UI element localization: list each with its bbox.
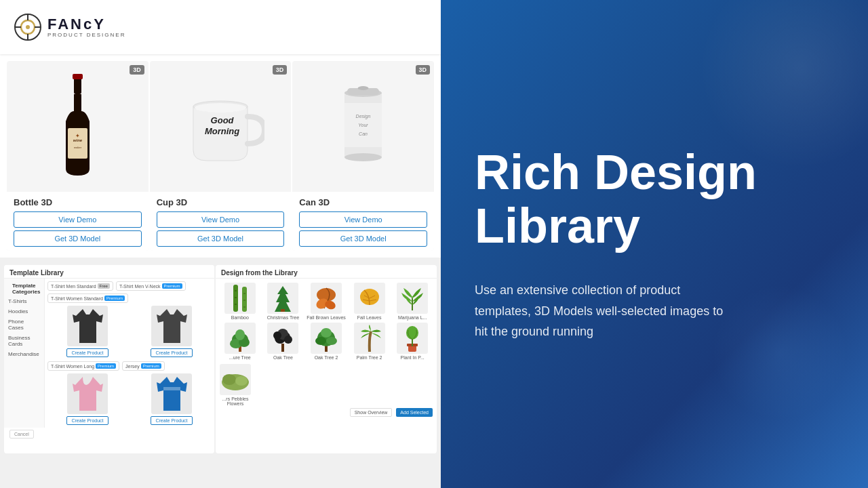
dl-item-pebbles: ...rs PebblesFlowers [220, 364, 251, 406]
dl-item-nature-tree: ...ure Tree [220, 323, 260, 360]
dl-plant-label: Plant In P... [401, 355, 425, 360]
svg-rect-8 [73, 74, 83, 79]
tl-item-jersey: Create Product [132, 373, 212, 425]
bottle-view-demo-button[interactable]: View Demo [14, 211, 142, 228]
tl-sidebar-business-cards[interactable]: Business Cards [7, 333, 41, 349]
dl-christmas-img[interactable] [267, 283, 298, 314]
tl-dark-female-img [151, 306, 192, 346]
cup-title: Cup 3D [157, 197, 285, 207]
bottle-get-model-button[interactable]: Get 3D Model [14, 230, 142, 247]
dl-fall-brown-img[interactable] [311, 283, 342, 314]
cup-get-model-button[interactable]: Get 3D Model [157, 230, 285, 247]
svg-point-57 [326, 337, 337, 345]
dl-show-overview-btn[interactable]: Show Overview [350, 408, 393, 417]
dl-oak-label: Oak Tree [273, 355, 293, 360]
tl-cancel-btn[interactable]: Cancel [9, 430, 34, 439]
tl-sidebar-merchandise[interactable]: Merchandise [7, 349, 41, 359]
product-card-bottle: 3D wine maker ✦ Bottle 3 [7, 61, 149, 251]
dl-header: Design from the Library [216, 265, 437, 279]
design-library-panel: Design from the Library [216, 265, 437, 453]
svg-point-58 [321, 328, 332, 338]
can-title: Can 3D [299, 197, 427, 207]
dl-bamboo-img[interactable] [224, 283, 256, 314]
tl-footer: Cancel [4, 428, 214, 441]
dl-christmas-label: Christmas Tree [267, 315, 299, 320]
dl-pebbles-img[interactable] [220, 364, 251, 395]
dl-fall-leaves-img[interactable] [354, 283, 385, 314]
tl-tab-0[interactable]: T-Shirt Men StandardFree [47, 281, 113, 291]
svg-point-14 [195, 103, 246, 113]
tl-product-grid: Create Product Create Product [47, 306, 212, 357]
dl-item-bamboo: Bamboo [220, 283, 260, 320]
tl-tab-1[interactable]: T-Shirt Men V-NeckPremium [116, 281, 186, 291]
svg-point-64 [222, 374, 236, 385]
tl-dark-tshirt-img [67, 306, 108, 346]
dl-add-selected-btn[interactable]: Add Selected [396, 408, 433, 417]
tl-sidebar-tshirts[interactable]: T-Shirts [7, 296, 41, 306]
product-card-can: 3D Design Your [292, 61, 434, 251]
tl-create-jersey-btn[interactable]: Create Product [151, 416, 192, 425]
dl-footer: Show Overview Add Selected [216, 406, 437, 419]
dl-plant-img[interactable] [397, 323, 428, 354]
dl-marijuana-img[interactable] [397, 283, 428, 314]
dl-item-oak-tree2: Oak Tree 2 [306, 323, 347, 360]
dl-item-plant: Plant In P... [392, 323, 433, 360]
dl-item-oak-tree: Oak Tree [263, 323, 304, 360]
can-image-area: Design Your Can [292, 61, 434, 192]
tl-tabs: T-Shirt Men StandardFree T-Shirt Men V-N… [47, 281, 212, 303]
dl-oak-img[interactable] [267, 323, 298, 354]
tl-tab-jersey[interactable]: JerseyPremium [122, 361, 165, 371]
tl-pink-img [67, 373, 108, 414]
tl-content: T-Shirt Men StandardFree T-Shirt Men V-N… [45, 279, 214, 428]
right-description: Use an extensive collection of product t… [475, 280, 732, 342]
dl-oak2-img[interactable] [311, 323, 342, 354]
svg-rect-27 [235, 297, 237, 298]
dl-palm-img[interactable] [354, 323, 385, 354]
tl-tab-women[interactable]: T-Shirt Women LongPremium [47, 361, 119, 371]
svg-point-17 [344, 153, 382, 161]
mug-wrapper: Good Morning [183, 89, 258, 164]
svg-rect-32 [243, 306, 245, 308]
bottle-title: Bottle 3D [14, 197, 142, 207]
svg-rect-34 [281, 309, 285, 312]
dl-nature-tree-img[interactable] [224, 323, 256, 354]
cup-view-demo-button[interactable]: View Demo [157, 211, 285, 228]
svg-point-56 [315, 337, 326, 345]
svg-rect-31 [243, 300, 245, 301]
header: FANcY PRODUCT DESIGNER [0, 0, 441, 54]
tl-sidebar-phone-cases[interactable]: Phone Cases [7, 317, 41, 333]
dl-marijuana-label: Marijuana L... [398, 315, 427, 320]
tl-create-dark-btn[interactable]: Create Product [66, 348, 108, 357]
brand-sub: PRODUCT DESIGNER [47, 32, 125, 38]
tl-create-pink-btn[interactable]: Create Product [66, 416, 108, 425]
tl-create-dark-female-btn[interactable]: Create Product [151, 348, 192, 357]
badge-3d-cup: 3D [273, 65, 288, 75]
svg-point-52 [273, 331, 281, 340]
svg-point-65 [235, 376, 248, 386]
svg-point-19 [358, 86, 369, 90]
can-view-demo-button[interactable]: View Demo [299, 211, 427, 228]
tl-body: Template Categories T-Shirts Hoodies Pho… [4, 279, 214, 428]
products-section: 3D wine maker ✦ Bottle 3 [0, 54, 441, 258]
dl-grid: Bamboo Christmas Tree [216, 279, 437, 364]
bottle-image-area: wine maker ✦ [7, 61, 149, 192]
badge-3d-can: 3D [416, 65, 431, 75]
dl-pebbles-label: ...rs PebblesFlowers [222, 396, 249, 406]
dl-nature-tree-label: ...ure Tree [229, 355, 251, 360]
tl-sidebar-hoodies[interactable]: Hoodies [7, 306, 41, 317]
dl-item-palm-tree: Palm Tree 2 [349, 323, 390, 360]
tl-item-dark-female-tshirt: Create Product [132, 306, 212, 357]
can-info: Can 3D View Demo Get 3D Model [292, 192, 434, 251]
svg-text:Your: Your [358, 123, 368, 127]
bottle-info: Bottle 3D View Demo Get 3D Model [7, 192, 149, 251]
svg-point-53 [284, 336, 292, 344]
product-card-cup: 3D Good Morning [150, 61, 292, 251]
bottom-section: Template Library Template Categories T-S… [0, 261, 441, 458]
mug-text: Good Morning [205, 115, 239, 138]
can-get-model-button[interactable]: Get 3D Model [299, 230, 427, 247]
dl-item-christmas-tree: Christmas Tree [263, 283, 304, 320]
svg-marker-33 [275, 286, 291, 312]
svg-rect-28 [235, 304, 237, 305]
dl-palm-label: Palm Tree 2 [357, 355, 382, 360]
tl-tab-2[interactable]: T-Shirt Women StandardPremium [47, 293, 128, 303]
